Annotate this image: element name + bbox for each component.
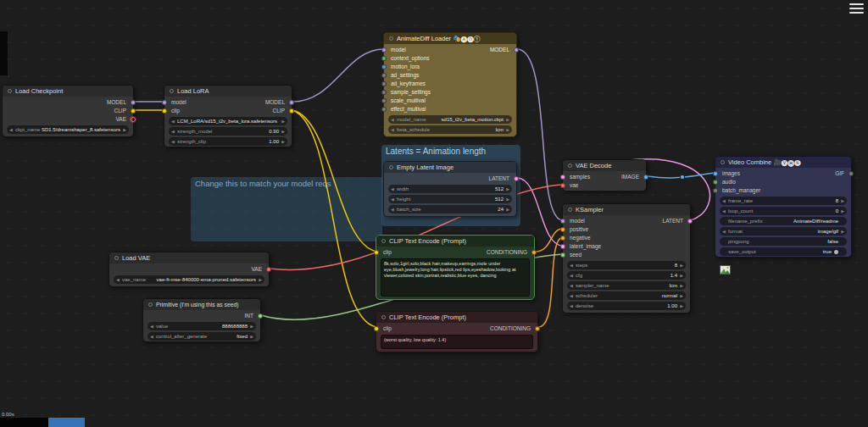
increment-arrow-icon[interactable]: ▶ [281,137,285,146]
widget-denoise[interactable]: ◀ denoise 1.00 ▶ [567,302,686,310]
decrement-arrow-icon[interactable]: ◀ [722,197,726,205]
output-slot-vae[interactable] [131,117,136,122]
node-clip-text-encode-negative[interactable]: CLIP Text Encode (Prompt) clip CONDITION… [376,311,538,352]
widget-control-after-generate[interactable]: ◀ control_after_generate fixed ▶ [147,332,256,341]
prev-arrow-icon[interactable]: ◀ [391,115,394,124]
input-slot-scale-multival[interactable] [381,98,387,103]
input-slot-motion-lora[interactable] [381,64,387,69]
node-header[interactable]: Video Combine 🎥🅥🅗🅢 [715,157,851,168]
prev-arrow-icon[interactable]: ◀ [171,117,175,125]
bottom-blue-bar[interactable] [48,418,85,427]
node-ksampler[interactable]: KSampler model LATENT positive negative … [562,203,691,313]
input-slot-model[interactable] [162,100,167,105]
collapse-dot-icon[interactable] [721,160,725,164]
collapse-dot-icon[interactable] [389,36,393,41]
input-slot-clip[interactable] [374,250,379,255]
prompt-textarea[interactable]: (worst quality, low quality: 1.4) [381,335,533,349]
widget-height[interactable]: ◀ height 512 ▶ [388,195,512,203]
input-slot-context-options[interactable] [381,56,387,61]
decrement-arrow-icon[interactable]: ◀ [391,205,394,214]
increment-arrow-icon[interactable]: ▶ [506,185,509,193]
widget-save-output-toggle[interactable]: save_output true [720,247,847,256]
next-arrow-icon[interactable]: ▶ [123,125,126,134]
node-graph-canvas[interactable]: Latents = Animation length Change this t… [0,0,868,427]
input-slot-negative[interactable] [560,236,565,241]
prev-arrow-icon[interactable]: ◀ [9,125,13,134]
input-slot-sample-settings[interactable] [381,90,387,95]
increment-arrow-icon[interactable]: ▶ [841,207,844,215]
node-header[interactable]: AnimateDiff Loader 🎭🅐🅓① [384,33,516,44]
collapse-dot-icon[interactable] [568,164,572,168]
widget-pingpong-toggle[interactable]: pingpong false [720,237,847,246]
input-slot-latent-image[interactable] [560,244,565,249]
widget-strength-model[interactable]: ◀ strength_model 0.90 ▶ [169,127,287,136]
increment-arrow-icon[interactable]: ▶ [506,195,509,203]
widget-value[interactable]: ◀ value 888688888 ▶ [147,322,256,330]
output-slot-image[interactable] [643,175,648,180]
collapse-dot-icon[interactable] [148,302,153,307]
input-slot-positive[interactable] [560,227,565,232]
widget-sampler-name[interactable]: ◀ sampler_name lcm ▶ [567,281,686,290]
prev-arrow-icon[interactable]: ◀ [391,125,394,134]
widget-cfg[interactable]: ◀ cfg 1.4 ▶ [567,271,686,280]
decrement-arrow-icon[interactable]: ◀ [391,195,394,203]
prev-arrow-icon[interactable]: ◀ [570,281,573,290]
increment-arrow-icon[interactable]: ▶ [680,261,683,269]
node-video-combine[interactable]: Video Combine 🎥🅥🅗🅢 images GIF audio batc… [715,156,852,258]
decrement-arrow-icon[interactable]: ◀ [150,322,153,330]
input-slot-effect-multival[interactable] [381,107,387,112]
node-load-lora[interactable]: Load LoRA model MODEL clip CLIP ◀ LCM_Lo… [164,85,292,147]
prev-arrow-icon[interactable]: ◀ [570,291,573,300]
node-header[interactable]: Load VAE [109,252,269,263]
collapse-dot-icon[interactable] [114,256,119,260]
node-load-vae[interactable]: Load VAE VAE ◀ vae_name vae-ft-mse-84000… [108,252,270,287]
input-slot-batch-manager[interactable] [713,188,718,193]
prev-arrow-icon[interactable]: ◀ [150,332,153,341]
widget-vae-name[interactable]: ◀ vae_name vae-ft-mse-840000-ema-pruned.… [114,275,264,284]
widget-ckpt-name[interactable]: ◀ ckpt_name SD1.5/dreamshaper_8.safetens… [7,125,129,134]
node-animatediff-loader[interactable]: AnimateDiff Loader 🎭🅐🅓① model MODEL cont… [383,32,517,137]
widget-batch-size[interactable]: ◀ batch_size 24 ▶ [388,205,512,214]
decrement-arrow-icon[interactable]: ◀ [570,261,573,269]
input-slot-ad-settings[interactable] [381,73,387,78]
node-header[interactable]: CLIP Text Encode (Prompt) [376,312,537,323]
next-arrow-icon[interactable]: ▶ [281,117,285,125]
decrement-arrow-icon[interactable]: ◀ [722,207,726,215]
widget-model-name[interactable]: ◀ model_name sd15_t2v_beta_motion.ckpt ▶ [388,115,512,124]
node-header[interactable]: CLIP Text Encode (Prompt) [376,236,534,247]
next-arrow-icon[interactable]: ▶ [250,332,253,341]
output-slot-clip[interactable] [289,108,294,114]
decrement-arrow-icon[interactable]: ◀ [171,127,175,136]
node-header[interactable]: VAE Decode [563,160,646,171]
widget-beta-schedule[interactable]: ◀ beta_schedule lcm ▶ [388,125,512,134]
increment-arrow-icon[interactable]: ▶ [506,205,509,214]
widget-strength-clip[interactable]: ◀ strength_clip 1.00 ▶ [169,137,287,146]
node-header[interactable]: Load LoRA [164,86,292,97]
output-slot-latent[interactable] [514,176,519,181]
collapse-dot-icon[interactable] [381,239,386,243]
output-slot-gif[interactable] [849,171,854,176]
decrement-arrow-icon[interactable]: ◀ [391,185,394,193]
group-note[interactable]: Change this to match your model reqs [191,177,382,241]
node-header[interactable]: Primitive (I'm using this as seed) [143,299,260,310]
collapse-dot-icon[interactable] [8,89,12,93]
output-slot-int[interactable] [258,313,263,319]
toggle-knob-icon[interactable] [834,250,838,254]
increment-arrow-icon[interactable]: ▶ [680,271,683,280]
collapse-dot-icon[interactable] [381,315,386,319]
widget-scheduler[interactable]: ◀ scheduler normal ▶ [567,291,686,300]
output-slot-model[interactable] [131,100,136,105]
input-slot-images[interactable] [713,171,718,176]
prompt-textarea[interactable]: 8k,solo,1girl,solo,black hair,makeup,ear… [381,258,530,297]
node-header[interactable]: KSampler [563,204,690,215]
widget-format[interactable]: ◀ format image/gif ▶ [720,227,847,236]
output-slot-conditioning[interactable] [531,250,537,255]
node-clip-text-encode-positive[interactable]: CLIP Text Encode (Prompt) clip CONDITION… [376,235,535,300]
node-header[interactable]: Empty Latent Image [384,162,516,173]
node-empty-latent-image[interactable]: Empty Latent Image LATENT ◀ width 512 ▶ … [383,161,517,217]
decrement-arrow-icon[interactable]: ◀ [570,302,573,310]
input-slot-clip[interactable] [374,326,379,331]
collapse-dot-icon[interactable] [389,165,393,169]
next-arrow-icon[interactable]: ▶ [680,291,683,300]
input-slot-clip[interactable] [162,108,167,114]
